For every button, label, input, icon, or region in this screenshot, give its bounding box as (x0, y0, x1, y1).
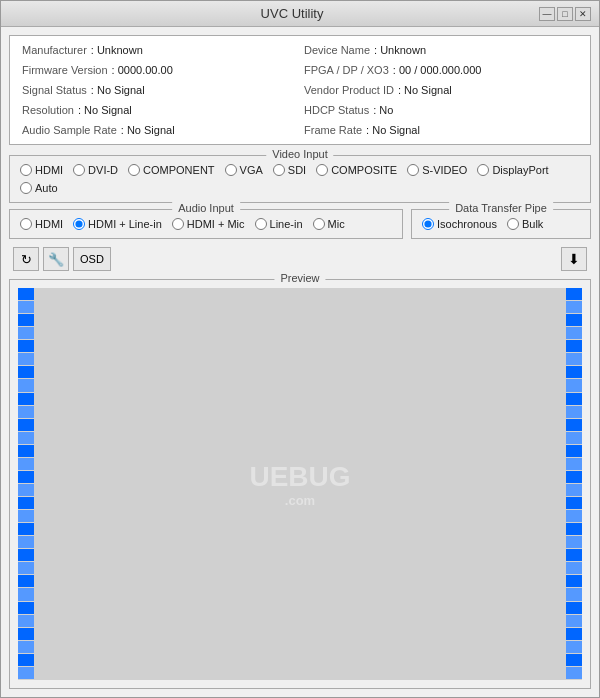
audio-input-legend: Audio Input (172, 202, 240, 214)
audio-linein-label: Line-in (270, 218, 303, 230)
refresh-icon: ↻ (21, 252, 32, 267)
strip-seg (566, 523, 582, 536)
hdcp-row: HDCP Status : No (304, 104, 578, 116)
strip-seg (566, 497, 582, 510)
strip-seg (566, 366, 582, 379)
fpga-value: : 00 / 000.000.000 (393, 64, 482, 76)
bulk-option[interactable]: Bulk (507, 218, 543, 230)
strip-seg (566, 562, 582, 575)
video-svideo-radio[interactable] (407, 164, 419, 176)
video-component-radio[interactable] (128, 164, 140, 176)
audio-hdmi-linein-option[interactable]: HDMI + Line-in (73, 218, 162, 230)
hdcp-value: : No (373, 104, 393, 116)
data-transfer-legend: Data Transfer Pipe (449, 202, 553, 214)
close-button[interactable]: ✕ (575, 7, 591, 21)
video-dvid-radio[interactable] (73, 164, 85, 176)
preview-watermark: UEBUG.com (249, 461, 350, 508)
strip-seg (18, 588, 34, 601)
video-hdmi-option[interactable]: HDMI (20, 164, 63, 176)
video-svideo-label: S-VIDEO (422, 164, 467, 176)
audio-data-row: Audio Input HDMI HDMI + Line-in HDMI + M… (9, 209, 591, 239)
audio-mic-radio[interactable] (313, 218, 325, 230)
strip-seg (566, 641, 582, 654)
audio-hdmi-linein-radio[interactable] (73, 218, 85, 230)
audio-input-options: HDMI HDMI + Line-in HDMI + Mic Line-in (20, 218, 392, 230)
audio-mic-option[interactable]: Mic (313, 218, 345, 230)
strip-seg (18, 419, 34, 432)
settings-button[interactable]: 🔧 (43, 247, 69, 271)
strip-seg (566, 445, 582, 458)
strip-seg (18, 458, 34, 471)
download-icon: ⬇ (568, 251, 580, 267)
vendor-row: Vendor Product ID : No Signal (304, 84, 578, 96)
video-dvid-option[interactable]: DVI-D (73, 164, 118, 176)
video-dvid-label: DVI-D (88, 164, 118, 176)
manufacturer-row: Manufacturer : Unknown (22, 44, 296, 56)
strip-seg (566, 615, 582, 628)
minimize-button[interactable]: — (539, 7, 555, 21)
bulk-label: Bulk (522, 218, 543, 230)
strip-seg (18, 406, 34, 419)
manufacturer-value: : Unknown (91, 44, 143, 56)
video-composite-option[interactable]: COMPOSITE (316, 164, 397, 176)
settings-icon: 🔧 (48, 252, 64, 267)
video-composite-label: COMPOSITE (331, 164, 397, 176)
info-col-right: Device Name : Unknown FPGA / DP / XO3 : … (304, 44, 578, 136)
strip-seg (18, 366, 34, 379)
framerate-row: Frame Rate : No Signal (304, 124, 578, 136)
video-auto-option[interactable]: Auto (20, 182, 58, 194)
strip-seg (18, 353, 34, 366)
video-input-options: HDMI DVI-D COMPONENT VGA SDI (20, 164, 580, 194)
osd-button[interactable]: OSD (73, 247, 111, 271)
video-composite-radio[interactable] (316, 164, 328, 176)
firmware-row: Firmware Version : 0000.00.00 (22, 64, 296, 76)
main-content: Manufacturer : Unknown Firmware Version … (1, 27, 599, 697)
info-panel: Manufacturer : Unknown Firmware Version … (9, 35, 591, 145)
audio-input-section: Audio Input HDMI HDMI + Line-in HDMI + M… (9, 209, 403, 239)
window-controls: — □ ✕ (539, 7, 591, 21)
audio-linein-option[interactable]: Line-in (255, 218, 303, 230)
video-vga-radio[interactable] (225, 164, 237, 176)
audio-hdmi-option[interactable]: HDMI (20, 218, 63, 230)
window-title: UVC Utility (45, 6, 539, 21)
strip-seg (18, 654, 34, 667)
video-sdi-option[interactable]: SDI (273, 164, 306, 176)
video-component-label: COMPONENT (143, 164, 215, 176)
isochronous-radio[interactable] (422, 218, 434, 230)
isochronous-option[interactable]: Isochronous (422, 218, 497, 230)
strip-seg (18, 497, 34, 510)
audio-linein-radio[interactable] (255, 218, 267, 230)
video-sdi-radio[interactable] (273, 164, 285, 176)
video-component-option[interactable]: COMPONENT (128, 164, 215, 176)
video-displayport-radio[interactable] (477, 164, 489, 176)
signal-row: Signal Status : No Signal (22, 84, 296, 96)
video-vga-option[interactable]: VGA (225, 164, 263, 176)
preview-legend: Preview (274, 272, 325, 284)
strip-seg (566, 471, 582, 484)
resolution-label: Resolution (22, 104, 74, 116)
strip-seg (566, 301, 582, 314)
refresh-button[interactable]: ↻ (13, 247, 39, 271)
audio-rate-row: Audio Sample Rate : No Signal (22, 124, 296, 136)
strip-seg (566, 393, 582, 406)
video-hdmi-radio[interactable] (20, 164, 32, 176)
info-col-left: Manufacturer : Unknown Firmware Version … (22, 44, 296, 136)
audio-hdmi-radio[interactable] (20, 218, 32, 230)
hdcp-label: HDCP Status (304, 104, 369, 116)
video-auto-radio[interactable] (20, 182, 32, 194)
strip-seg (18, 301, 34, 314)
video-svideo-option[interactable]: S-VIDEO (407, 164, 467, 176)
bulk-radio[interactable] (507, 218, 519, 230)
maximize-button[interactable]: □ (557, 7, 573, 21)
download-button[interactable]: ⬇ (561, 247, 587, 271)
audio-hdmi-mic-radio[interactable] (172, 218, 184, 230)
device-value: : Unknown (374, 44, 426, 56)
data-transfer-section: Data Transfer Pipe Isochronous Bulk (411, 209, 591, 239)
audio-hdmi-mic-option[interactable]: HDMI + Mic (172, 218, 245, 230)
video-displayport-option[interactable]: DisplayPort (477, 164, 548, 176)
framerate-label: Frame Rate (304, 124, 362, 136)
strip-seg (18, 432, 34, 445)
manufacturer-label: Manufacturer (22, 44, 87, 56)
strip-seg (566, 536, 582, 549)
video-input-legend: Video Input (266, 148, 333, 160)
